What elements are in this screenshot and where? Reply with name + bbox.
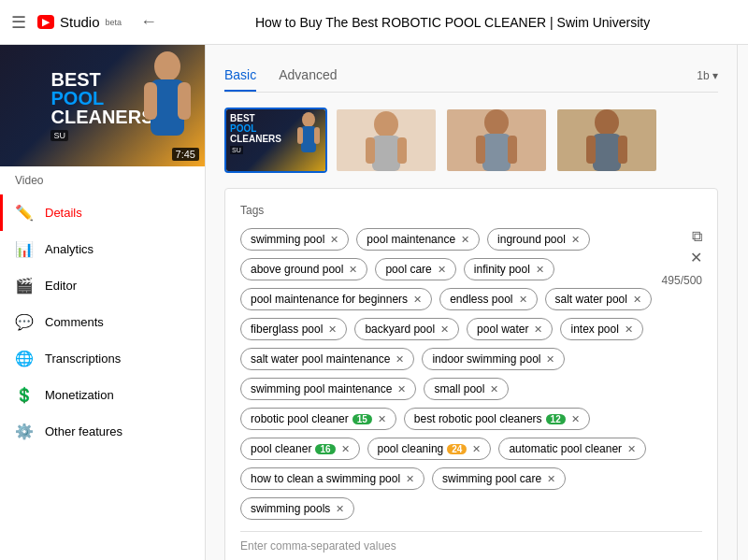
tags-input[interactable]: Enter comma-separated values [240, 531, 702, 553]
tag-text: backyard pool [365, 323, 435, 336]
tag-item: swimming pool maintenance✕ [240, 378, 416, 400]
hamburger-icon[interactable]: ☰ [11, 12, 26, 33]
tag-text: above ground pool [251, 263, 343, 276]
tag-remove-button[interactable]: ✕ [330, 234, 338, 246]
tag-item: how to clean a swimming pool✕ [240, 467, 424, 490]
tag-item: swimming pools✕ [240, 497, 354, 520]
svg-rect-19 [618, 136, 627, 164]
tag-remove-button[interactable]: ✕ [625, 323, 633, 336]
details-icon: ✏️ [15, 204, 34, 222]
sidebar-other-label: Other features [45, 424, 122, 438]
tag-text: automatic pool cleaner [509, 442, 622, 455]
sidebar-analytics-label: Analytics [45, 242, 94, 256]
svg-rect-9 [372, 136, 400, 171]
tag-item: infinity pool✕ [464, 258, 554, 280]
tag-text: indoor swimming pool [432, 352, 540, 366]
tag-text: inground pool [497, 233, 566, 246]
tag-remove-button[interactable]: ✕ [406, 473, 414, 485]
tag-remove-button[interactable]: ✕ [397, 383, 406, 395]
logo: Studiobeta [37, 14, 122, 30]
sidebar-video-label: Video [0, 166, 205, 194]
thumbnail-3[interactable] [445, 108, 548, 173]
copy-tags-button[interactable]: ⧉ [692, 228, 702, 245]
tag-remove-button[interactable]: ✕ [536, 264, 544, 276]
tag-text: infinity pool [474, 263, 530, 276]
tag-remove-button[interactable]: ✕ [490, 383, 498, 395]
main-content: Basic Advanced 1b ▾ BESTPOOLCLEANERS SU [206, 45, 737, 560]
sidebar-item-monetization[interactable]: 💲 Monetization [0, 377, 205, 413]
tag-remove-button[interactable]: ✕ [396, 353, 404, 366]
thumbnail-row: BESTPOOLCLEANERS SU [224, 108, 718, 173]
sidebar-item-analytics[interactable]: 📊 Analytics [0, 231, 205, 267]
tag-remove-button[interactable]: ✕ [328, 323, 337, 336]
tag-item: pool cleaning24✕ [367, 438, 492, 460]
thumbnail-4[interactable] [555, 108, 658, 173]
tag-text: salt water pool maintenance [251, 352, 390, 366]
tag-text: salt water pool [555, 293, 627, 306]
thumbnail-2[interactable] [335, 108, 438, 173]
thumbnail-1[interactable]: BESTPOOLCLEANERS SU [224, 108, 327, 173]
tag-item: endless pool✕ [439, 288, 537, 310]
tag-item: pool care✕ [375, 258, 455, 280]
tag-remove-button[interactable]: ✕ [413, 294, 422, 306]
tag-remove-button[interactable]: ✕ [633, 294, 641, 306]
tag-item: pool maintenance for beginners✕ [240, 288, 432, 310]
main-layout: BEST POOL CLEANERS SU 7:45 Video ✏️ [0, 45, 748, 560]
sidebar-item-other[interactable]: ⚙️ Other features [0, 413, 205, 450]
tag-item: salt water pool✕ [545, 288, 652, 310]
tag-remove-button[interactable]: ✕ [627, 443, 636, 455]
sidebar-item-editor[interactable]: 🎬 Editor [0, 267, 205, 304]
svg-rect-13 [482, 134, 511, 171]
tag-remove-button[interactable]: ✕ [571, 413, 580, 425]
tabs-more-button[interactable]: 1b ▾ [697, 69, 718, 82]
clear-tags-button[interactable]: ✕ [690, 249, 702, 266]
tag-text: pool care [385, 263, 431, 276]
tag-remove-button[interactable]: ✕ [547, 473, 555, 485]
page-title: How to Buy The Best ROBOTIC POOL CLEANER… [168, 15, 737, 30]
tag-text: pool water [477, 323, 528, 336]
tag-item: intex pool✕ [560, 318, 642, 340]
sidebar-nav: ✏️ Details 📊 Analytics 🎬 Editor 💬 Commen… [0, 194, 205, 450]
tag-remove-button[interactable]: ✕ [341, 443, 350, 455]
tag-remove-button[interactable]: ✕ [519, 294, 527, 306]
svg-point-12 [484, 109, 509, 136]
sidebar-monetization-label: Monetization [45, 388, 114, 402]
tab-basic[interactable]: Basic [224, 60, 256, 92]
sidebar-item-details[interactable]: ✏️ Details [0, 194, 205, 231]
svg-point-8 [374, 111, 398, 137]
tag-remove-button[interactable]: ✕ [336, 503, 344, 515]
svg-rect-18 [586, 136, 596, 164]
tag-remove-button[interactable]: ✕ [571, 234, 580, 246]
tag-remove-button[interactable]: ✕ [461, 234, 469, 246]
sidebar: BEST POOL CLEANERS SU 7:45 Video ✏️ [0, 45, 206, 560]
tag-text: small pool [434, 382, 484, 395]
tag-item: fiberglass pool✕ [240, 318, 347, 340]
thumb-person-4 [583, 109, 630, 171]
svg-rect-17 [593, 134, 621, 171]
tag-remove-button[interactable]: ✕ [349, 264, 357, 276]
tags-container: swimming pool✕pool maintenance✕inground … [240, 228, 654, 520]
tag-remove-button[interactable]: ✕ [440, 323, 449, 336]
tag-text: pool cleaning [378, 442, 444, 455]
tag-remove-button[interactable]: ✕ [438, 264, 446, 276]
tag-item: inground pool✕ [487, 228, 590, 251]
tag-remove-button[interactable]: ✕ [472, 443, 481, 455]
svg-rect-2 [144, 82, 157, 120]
sidebar-transcriptions-label: Transcriptions [45, 352, 121, 366]
monetization-icon: 💲 [15, 386, 34, 404]
thumb-pool: POOL [50, 89, 153, 108]
sidebar-details-label: Details [45, 206, 82, 220]
back-button[interactable]: ← [140, 12, 157, 32]
tag-remove-button[interactable]: ✕ [378, 413, 386, 425]
sidebar-item-transcriptions[interactable]: 🌐 Transcriptions [0, 340, 205, 377]
tag-item: pool maintenance✕ [356, 228, 480, 251]
tab-advanced[interactable]: Advanced [279, 60, 337, 92]
tag-remove-button[interactable]: ✕ [534, 323, 542, 336]
sidebar-item-comments[interactable]: 💬 Comments [0, 304, 205, 340]
tag-badge: 24 [447, 444, 467, 454]
tag-text: how to clean a swimming pool [251, 472, 400, 485]
tag-item: indoor swimming pool✕ [422, 348, 565, 370]
tag-remove-button[interactable]: ✕ [546, 353, 554, 366]
tag-text: swimming pool care [442, 472, 541, 485]
svg-rect-15 [508, 136, 517, 164]
